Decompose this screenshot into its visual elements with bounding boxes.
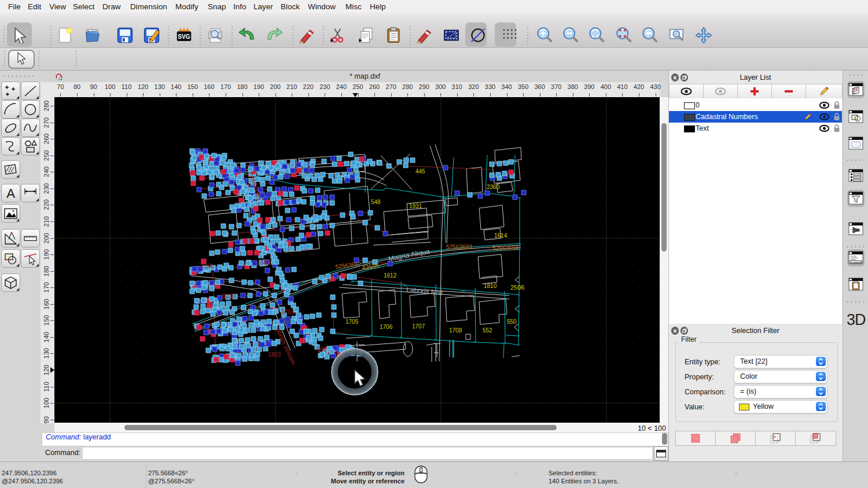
svg-text:1708: 1708 (449, 327, 462, 334)
svg-text:445: 445 (415, 168, 425, 175)
svg-text:1803: 1803 (268, 352, 281, 358)
svg-text:2506: 2506 (510, 284, 524, 291)
svg-text:3230: 3230 (222, 293, 236, 300)
svg-text:1703: 1703 (281, 309, 295, 315)
svg-text:c command: c command (851, 261, 862, 264)
svg-text:1810: 1810 (484, 283, 497, 289)
svg-text:2156: 2156 (200, 263, 214, 269)
svg-text:1707: 1707 (412, 323, 425, 330)
svg-text:1614: 1614 (494, 232, 507, 239)
svg-text:1509: 1509 (258, 260, 271, 266)
svg-text:1931: 1931 (409, 203, 422, 209)
svg-text:1705: 1705 (345, 319, 359, 325)
svg-text:52563692: 52563692 (335, 261, 362, 270)
svg-text:1706: 1706 (380, 324, 393, 330)
svg-text:548: 548 (371, 199, 381, 205)
svg-text:1612: 1612 (384, 272, 397, 279)
svg-text:SVG: SVG (178, 34, 190, 40)
svg-text:552: 552 (483, 327, 492, 334)
svg-text:A: A (6, 186, 15, 201)
svg-text:52563693: 52563693 (446, 244, 472, 250)
svg-text:2360: 2360 (487, 184, 500, 190)
svg-text:52563694: 52563694 (492, 245, 518, 252)
svg-text:506: 506 (317, 346, 327, 353)
svg-text:550: 550 (507, 319, 517, 325)
